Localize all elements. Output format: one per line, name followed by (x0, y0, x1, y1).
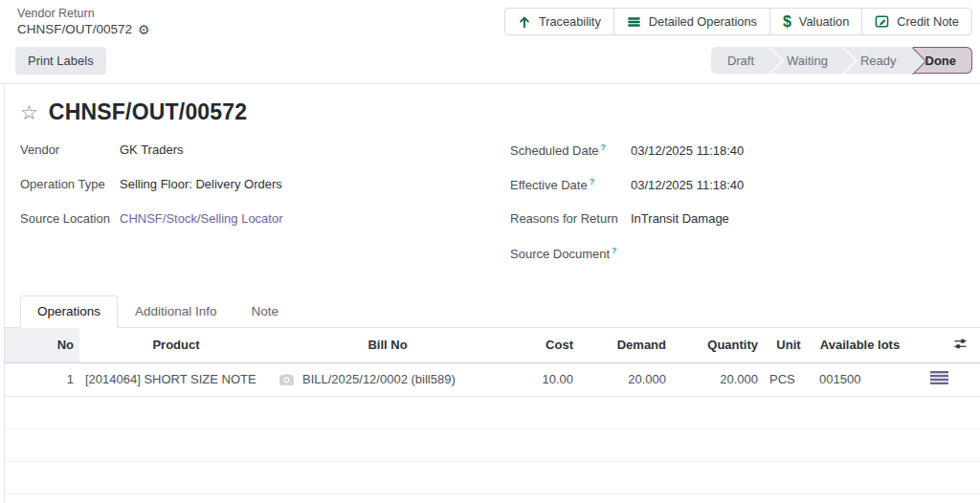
traceability-label: Traceability (539, 14, 601, 29)
operation-type-value: Selling Floor: Delivery Orders (120, 177, 282, 191)
stage-draft[interactable]: Draft (711, 47, 770, 74)
edit-note-icon (875, 14, 889, 29)
control-panel: Print Labels Draft Waiting Ready Done (0, 40, 980, 84)
statusbar: Draft Waiting Ready Done (711, 47, 972, 74)
favorite-star-icon[interactable]: ☆ (20, 102, 38, 122)
empty-row (5, 461, 980, 493)
cell-product: [2014064] SHORT SIZE NOTE (79, 362, 273, 396)
optional-columns-button[interactable] (906, 328, 980, 362)
field-reasons-for-return: Reasons for Return InTransit Damage (510, 211, 960, 246)
valuation-label: Valuation (799, 14, 849, 29)
col-bill-no[interactable]: Bill No (273, 328, 502, 362)
cell-cost: 10.00 (502, 362, 579, 396)
empty-row (5, 396, 980, 428)
gear-icon[interactable]: ⚙ (138, 23, 150, 36)
document-title: CHNSF/OUT/00572 (49, 99, 248, 125)
cell-no: 1 (5, 362, 79, 396)
help-icon[interactable]: ? (612, 246, 617, 255)
vendor-value: GK Traders (120, 142, 183, 157)
field-operation-type: Operation Type Selling Floor: Delivery O… (20, 177, 499, 211)
operations-table: No Product Bill No Cost Demand Quantity … (5, 328, 980, 503)
credit-note-label: Credit Note (897, 14, 959, 29)
cell-bill-no: BILL/2025/12/0002 (bill589) (273, 362, 502, 396)
reasons-for-return-value: InTransit Damage (631, 211, 729, 226)
cell-available-lots: 001500 (813, 362, 906, 396)
valuation-button[interactable]: $ Valuation (769, 8, 862, 35)
source-location-link[interactable]: CHNSF/Stock/Selling Locator (120, 211, 283, 226)
effective-date-label: Effective Date? (510, 177, 631, 192)
col-unit[interactable]: Unit (764, 328, 813, 362)
detailed-operations-button[interactable]: Detailed Operations (613, 8, 770, 35)
tab-operations[interactable]: Operations (20, 295, 118, 328)
effective-date-value: 03/12/2025 11:18:40 (631, 178, 744, 192)
field-scheduled-date: Scheduled Date? 03/12/2025 11:18:40 (510, 142, 960, 177)
field-group: Vendor GK Traders Operation Type Selling… (20, 142, 965, 280)
empty-row (5, 493, 980, 503)
list-icon (627, 15, 641, 29)
empty-row (5, 428, 980, 461)
table-row[interactable]: 1 [2014064] SHORT SIZE NOTE BILL/2025/12… (5, 362, 980, 396)
col-demand[interactable]: Demand (579, 328, 672, 362)
sliders-icon (953, 337, 968, 351)
vendor-label: Vendor (20, 142, 120, 157)
breadcrumb-current: CHNSF/OUT/00572 (17, 22, 132, 38)
table-header-row: No Product Bill No Cost Demand Quantity … (5, 328, 980, 362)
bill-no-text: BILL/2025/12/0002 (bill589) (302, 372, 456, 386)
breadcrumb: Vendor Return CHNSF/OUT/00572 ⚙ (17, 7, 150, 38)
breadcrumb-parent[interactable]: Vendor Return (17, 7, 150, 22)
tab-additional-info[interactable]: Additional Info (118, 295, 234, 328)
credit-note-button[interactable]: Credit Note (861, 8, 972, 35)
dollar-icon: $ (783, 13, 791, 31)
form-sheet: ☆ CHNSF/OUT/00572 Vendor GK Traders Oper… (4, 84, 980, 503)
reasons-for-return-label: Reasons for Return (510, 211, 631, 226)
help-icon[interactable]: ? (601, 142, 607, 152)
scheduled-date-label: Scheduled Date? (510, 142, 631, 158)
smart-button-group: Traceability Detailed Operations $ Valua… (505, 8, 972, 35)
col-product[interactable]: Product (79, 328, 273, 362)
field-source-document: Source Document? (510, 246, 960, 280)
traceability-button[interactable]: Traceability (504, 8, 614, 35)
operation-type-label: Operation Type (20, 177, 120, 191)
notebook-tabs: Operations Additional Info Note (5, 280, 980, 328)
col-quantity[interactable]: Quantity (672, 328, 764, 362)
field-effective-date: Effective Date? 03/12/2025 11:18:40 (510, 177, 960, 211)
cell-demand: 20.000 (579, 362, 672, 396)
detailed-operations-label: Detailed Operations (649, 14, 757, 29)
cell-unit: PCS (764, 362, 813, 396)
camera-icon[interactable] (278, 373, 295, 386)
scheduled-date-value: 03/12/2025 11:18:40 (631, 143, 744, 158)
source-document-label: Source Document? (510, 246, 631, 261)
col-no[interactable]: No (5, 328, 79, 362)
field-vendor: Vendor GK Traders (20, 142, 499, 177)
cell-quantity: 20.000 (672, 362, 764, 396)
arrow-up-icon (518, 15, 531, 29)
row-detailed-operations-button[interactable] (906, 362, 980, 396)
col-cost[interactable]: Cost (502, 328, 579, 362)
detailed-list-icon (930, 371, 948, 384)
tab-note[interactable]: Note (234, 295, 297, 328)
field-source-location: Source Location CHNSF/Stock/Selling Loca… (20, 211, 499, 246)
source-location-label: Source Location (20, 211, 120, 226)
col-available-lots[interactable]: Available lots (813, 328, 906, 362)
print-labels-button[interactable]: Print Labels (15, 47, 106, 75)
stage-done-active[interactable]: Done (913, 47, 973, 74)
top-bar: Vendor Return CHNSF/OUT/00572 ⚙ Traceabi… (0, 0, 980, 40)
help-icon[interactable]: ? (590, 177, 595, 186)
